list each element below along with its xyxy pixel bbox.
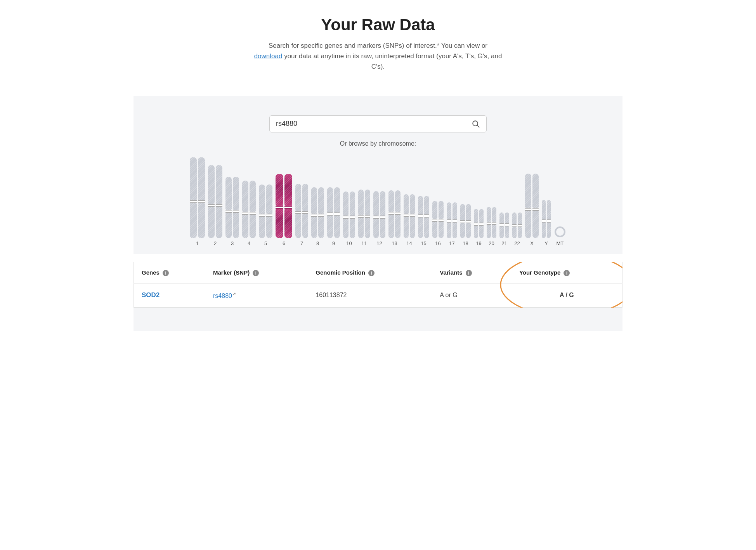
chrom-group-8[interactable]: 8: [311, 187, 324, 246]
chrom-group-21[interactable]: 21: [499, 212, 509, 246]
chrom-group-3[interactable]: 3: [225, 177, 239, 246]
chrom-top-arm: [190, 157, 197, 200]
svg-point-0: [473, 121, 478, 126]
genes-info-icon[interactable]: i: [163, 270, 169, 276]
chrom-group-14[interactable]: 14: [404, 194, 415, 246]
chrom-centromere: [318, 214, 324, 217]
chrom-strand-8-1: [318, 187, 324, 238]
chrom-centromere: [505, 223, 509, 226]
variants-info-icon[interactable]: i: [466, 270, 472, 276]
chrom-group-15[interactable]: 15: [418, 196, 429, 246]
chrom-bottom-arm: [532, 211, 539, 238]
chrom-bottom-arm: [466, 223, 471, 238]
chrom-strand-1-1: [198, 157, 205, 238]
chrom-strand-14-1: [410, 194, 415, 238]
chrom-top-arm: [276, 174, 283, 206]
chrom-group-19[interactable]: 19: [474, 209, 484, 246]
chrom-bottom-arm: [542, 223, 546, 238]
chrom-label-16: 16: [435, 240, 440, 246]
chrom-group-16[interactable]: 16: [432, 201, 444, 246]
chrom-group-X[interactable]: X: [525, 174, 539, 246]
page-title: Your Raw Data: [134, 16, 622, 34]
chrom-group-17[interactable]: 17: [447, 202, 457, 246]
gene-link[interactable]: SOD2: [142, 291, 160, 299]
chrom-bottom-arm: [225, 213, 232, 238]
download-link[interactable]: download: [254, 52, 283, 60]
marker-arrow: ↗: [232, 291, 236, 297]
chrom-centromere: [311, 214, 317, 217]
chrom-top-arm: [343, 191, 349, 216]
col-genes-label: Genes: [142, 269, 160, 276]
search-button[interactable]: [472, 120, 480, 128]
data-table: Genes i Marker (SNP) i Genomic Position …: [134, 262, 622, 308]
search-icon: [472, 120, 480, 128]
chrom-label-2: 2: [214, 240, 217, 246]
chrom-top-arm: [311, 187, 317, 214]
chrom-group-9[interactable]: 9: [327, 187, 340, 246]
chrom-centromere: [190, 200, 197, 203]
chrom-bottom-arm: [380, 219, 385, 238]
chrom-group-2[interactable]: 2: [208, 165, 222, 246]
chrom-label-11: 11: [361, 240, 367, 246]
chrom-top-arm: [547, 200, 551, 219]
chrom-centromere: [388, 212, 394, 215]
chrom-centromere: [532, 208, 539, 211]
chrom-group-10[interactable]: 10: [343, 191, 355, 246]
chrom-bottom-arm: [432, 222, 437, 238]
marker-info-icon[interactable]: i: [253, 270, 259, 276]
chrom-group-11[interactable]: 11: [358, 190, 370, 246]
chrom-group-MT[interactable]: MT: [554, 226, 566, 246]
chrom-strand-18-1: [466, 204, 471, 238]
chrom-bottom-arm: [242, 215, 248, 238]
chrom-group-20[interactable]: 20: [487, 207, 496, 246]
chrom-top-arm: [512, 212, 517, 224]
chrom-top-arm: [505, 212, 509, 223]
chrom-label-X: X: [530, 240, 534, 246]
chrom-pair-17: [447, 202, 457, 238]
chrom-top-arm: [198, 157, 205, 200]
chrom-strand-5-0: [259, 184, 265, 238]
chrom-strand-Y-0: [542, 200, 546, 238]
chrom-bottom-arm: [373, 219, 379, 238]
chrom-group-13[interactable]: 13: [388, 190, 401, 246]
chrom-strand-16-0: [432, 201, 437, 238]
chrom-group-22[interactable]: 22: [512, 212, 522, 246]
chrom-centromere: [358, 215, 364, 218]
chrom-top-arm: [365, 190, 370, 215]
chrom-pair-20: [487, 207, 496, 238]
chrom-strand-3-0: [225, 177, 232, 238]
chrom-group-4[interactable]: 4: [242, 181, 256, 246]
chrom-label-22: 22: [514, 240, 520, 246]
chrom-strand-3-1: [233, 177, 239, 238]
genotype-info-icon[interactable]: i: [564, 270, 570, 276]
chrom-label-19: 19: [476, 240, 481, 246]
chrom-strand-5-1: [266, 184, 272, 238]
search-section: Or browse by chromosome: 123456789101112…: [134, 96, 622, 254]
chrom-group-6[interactable]: 6: [276, 174, 292, 246]
chrom-centromere: [198, 200, 205, 203]
chrom-group-18[interactable]: 18: [460, 204, 471, 246]
chrom-bottom-arm: [447, 223, 451, 238]
search-input[interactable]: [276, 120, 472, 128]
chrom-top-arm: [295, 184, 301, 211]
chrom-centromere: [525, 208, 531, 211]
col-position: Genomic Position i: [308, 262, 432, 283]
chrom-group-1[interactable]: 1: [190, 157, 205, 246]
chrom-bottom-arm: [518, 227, 522, 238]
chrom-top-arm: [373, 191, 379, 216]
chrom-group-7[interactable]: 7: [295, 184, 308, 246]
chrom-group-5[interactable]: 5: [259, 184, 272, 246]
chrom-top-arm: [492, 207, 496, 222]
chrom-bottom-arm: [424, 218, 429, 238]
chrom-pair-16: [432, 201, 444, 238]
marker-link[interactable]: rs4880↗: [213, 292, 236, 299]
position-info-icon[interactable]: i: [368, 270, 375, 276]
chrom-strand-2-1: [216, 165, 222, 238]
chrom-strand-4-1: [250, 181, 256, 238]
chrom-bottom-arm: [439, 222, 444, 238]
search-bar-wrapper: [141, 115, 615, 132]
chrom-group-12[interactable]: 12: [373, 191, 385, 246]
chrom-group-Y[interactable]: Y: [542, 200, 551, 246]
subtitle: Search for specific genes and markers (S…: [254, 40, 502, 72]
chrom-strand-20-0: [487, 207, 491, 238]
